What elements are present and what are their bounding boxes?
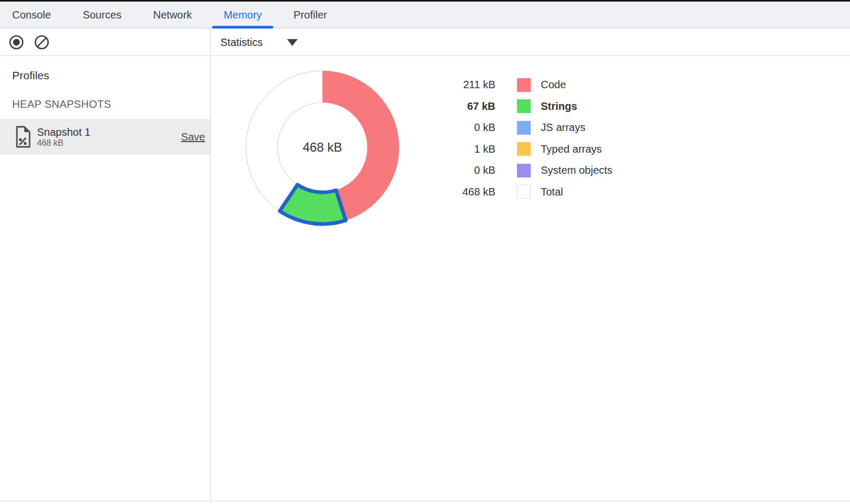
tab-sources-label: Sources [82,9,121,21]
tab-memory-label: Memory [224,9,262,21]
donut-center-total-label: 468 kB [303,140,343,154]
tab-sources[interactable]: Sources [71,2,133,28]
profiles-sidebar: Profiles HEAP SNAPSHOTS Snapshot 1 468 k… [0,56,210,501]
legend-label-js-arrays: JS arrays [541,122,585,134]
tab-network-label: Network [153,9,192,21]
legend-row-strings: 67 kB Strings [444,99,613,114]
legend-row-total: 468 kB Total [444,185,613,199]
profiles-heading: Profiles [12,69,49,82]
legend-label-typed-arrays: Typed arrays [541,143,602,155]
snapshot-text: Snapshot 1 468 kB [37,126,90,148]
legend-value-code: 211 kB [444,79,495,91]
record-icon [8,34,24,50]
tab-profiler-label: Profiler [293,9,327,21]
legend-row-code: 211 kB Code [444,78,613,92]
tab-memory[interactable]: Memory [212,2,273,28]
memory-toolbar: Statistics [0,29,850,56]
clear-icon [34,34,50,50]
sidebar-item-snapshot-1[interactable]: Snapshot 1 468 kB Save [0,119,210,155]
legend-swatch-strings [517,99,531,113]
statistics-legend: 211 kB Code 67 kB Strings 0 kB JS arrays… [444,78,613,199]
legend-label-strings: Strings [541,100,577,113]
perspective-select[interactable]: Statistics [220,29,298,56]
save-snapshot-link[interactable]: Save [181,131,205,143]
legend-value-strings: 67 kB [444,100,495,113]
legend-swatch-js-arrays [517,121,531,135]
devtools-window: Console Sources Network Memory Profiler … [0,0,850,504]
record-heap-snapshot-button[interactable] [6,32,27,53]
legend-value-typed-arrays: 1 kB [444,143,495,155]
heap-statistics-donut-chart[interactable]: 468 kB [238,63,407,232]
donut-segment-strings[interactable] [280,185,346,224]
chevron-down-icon [287,39,298,46]
legend-row-js-arrays: 0 kB JS arrays [444,120,613,135]
heap-snapshot-file-icon [15,125,32,148]
tab-console[interactable]: Console [1,2,62,28]
clear-profiles-button[interactable] [31,32,52,53]
panel-tab-bar: Console Sources Network Memory Profiler [0,2,850,29]
sidebar-divider [210,29,211,501]
legend-row-typed-arrays: 1 kB Typed arrays [444,142,613,156]
heap-snapshots-section-heading: HEAP SNAPSHOTS [12,98,111,110]
perspective-select-label: Statistics [220,36,263,49]
legend-value-system-objects: 0 kB [444,164,495,176]
snapshot-size: 468 kB [37,138,90,148]
pane-bottom-border [0,501,850,501]
legend-value-total: 468 kB [444,186,495,198]
legend-swatch-code [517,78,531,92]
tab-profiler[interactable]: Profiler [282,2,338,28]
tab-console-label: Console [12,9,51,21]
legend-row-system-objects: 0 kB System objects [444,163,613,178]
legend-swatch-total [517,185,531,199]
legend-value-js-arrays: 0 kB [444,122,495,134]
legend-label-system-objects: System objects [541,164,613,176]
tab-network[interactable]: Network [142,2,204,28]
snapshot-name: Snapshot 1 [37,126,90,138]
legend-label-total: Total [541,186,563,198]
legend-swatch-system-objects [517,164,531,178]
legend-label-code: Code [541,79,566,91]
legend-swatch-typed-arrays [517,142,531,156]
